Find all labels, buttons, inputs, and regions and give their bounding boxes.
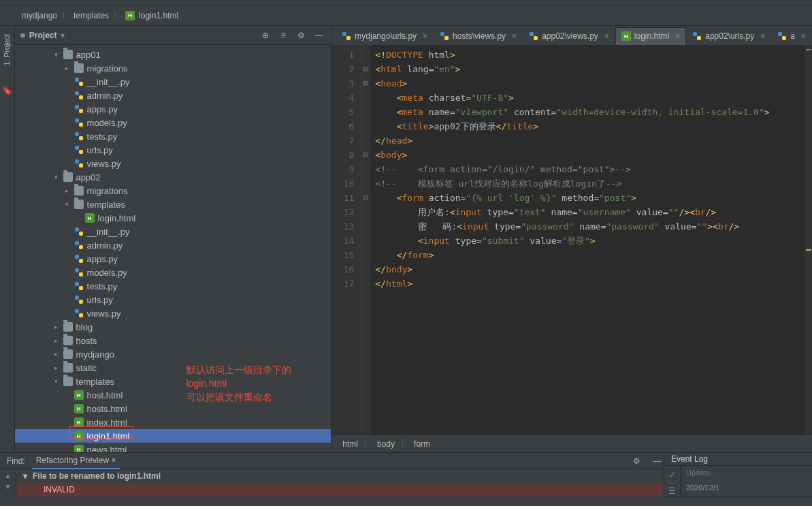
code-line[interactable]: <meta name="viewport" content="width=dev… (375, 105, 812, 119)
tree-item[interactable]: urls.py (15, 293, 331, 306)
code-line[interactable]: <body> (375, 148, 812, 162)
code-editor[interactable]: <!DOCTYPE html><html lang="en"><head> <m… (370, 45, 812, 434)
close-icon[interactable]: × (512, 31, 517, 41)
hide-icon[interactable]: — (650, 456, 664, 466)
check-icon[interactable]: ✓ (669, 470, 676, 479)
close-icon[interactable]: × (760, 31, 765, 41)
editor-tab[interactable]: app02\views.py× (523, 27, 615, 45)
tree-item[interactable]: Hhost.html (15, 388, 331, 402)
python-file-icon (342, 31, 351, 41)
crumb-folder[interactable]: templates (74, 11, 109, 20)
bookmark-icon[interactable]: 🔖 (2, 86, 12, 95)
arrow-icon[interactable]: ▾ (23, 471, 27, 481)
tree-item[interactable]: admin.py (15, 238, 331, 252)
down-icon[interactable]: ▼ (5, 483, 12, 494)
tree-item[interactable]: ▸migrations (15, 61, 331, 75)
code-line[interactable]: <!-- <form action="/login/" method="post… (375, 162, 812, 176)
crumb-file[interactable]: login1.html (139, 11, 178, 20)
expand-arrow-icon[interactable]: ▸ (64, 187, 71, 194)
expand-arrow-icon[interactable]: ▾ (53, 378, 60, 385)
tree-item[interactable]: __init__.py (15, 75, 331, 89)
eventlog-title[interactable]: Event Log (664, 453, 812, 466)
crumb-form[interactable]: form (414, 439, 430, 449)
tree-item[interactable]: tests.py (15, 279, 331, 293)
expand-arrow-icon[interactable]: ▾ (53, 174, 60, 180)
gear-icon[interactable]: ⚙ (294, 29, 308, 42)
tree-item[interactable]: apps.py (15, 252, 331, 266)
close-icon[interactable]: × (604, 31, 609, 41)
expand-arrow-icon[interactable]: ▾ (53, 51, 60, 58)
tree-item[interactable]: ▸mydjango (15, 347, 331, 361)
close-icon[interactable]: × (675, 31, 680, 41)
code-line[interactable]: <head> (375, 76, 812, 91)
tree-item[interactable]: tests.py (15, 129, 331, 143)
tree-item[interactable]: Hnews.html (15, 443, 331, 452)
close-icon[interactable]: × (423, 31, 427, 41)
project-tree[interactable]: ▾app01▸migrations__init__.pyadmin.pyapps… (15, 45, 331, 452)
code-line[interactable]: <meta charset="UTF-8"> (375, 91, 812, 105)
expand-arrow-icon[interactable]: ▸ (53, 351, 60, 358)
tree-item[interactable]: apps.py (15, 102, 331, 116)
svg-rect-10 (75, 146, 79, 150)
tree-item[interactable]: ▾app01 (15, 48, 331, 61)
svg-rect-17 (79, 245, 83, 249)
tree-item[interactable]: ▾templates (15, 197, 331, 211)
expand-arrow-icon[interactable]: ▸ (53, 364, 60, 371)
panel-title[interactable]: Project (29, 31, 57, 40)
tree-item[interactable]: __init__.py (15, 225, 331, 238)
code-line[interactable]: </head> (375, 133, 812, 148)
tree-item[interactable]: views.py (15, 157, 331, 170)
tree-item[interactable]: models.py (15, 116, 331, 129)
code-line[interactable]: <!DOCTYPE html> (375, 48, 812, 62)
crumb-body[interactable]: body (377, 439, 395, 449)
tree-item[interactable]: ▸migrations (15, 184, 331, 197)
tree-item[interactable]: ▾app02 (15, 170, 331, 184)
close-icon[interactable]: × (801, 31, 806, 41)
tree-item[interactable]: urls.py (15, 143, 331, 157)
expand-arrow-icon[interactable]: ▸ (64, 65, 71, 72)
code-line[interactable]: 密 码:<input type="password" name="passwor… (375, 219, 812, 234)
list-icon[interactable]: ☰ (668, 486, 676, 496)
expand-arrow-icon[interactable]: ▾ (64, 201, 71, 208)
crumb-html[interactable]: html (342, 439, 358, 449)
code-line[interactable]: <!-- 模板标签 url找对应的名称log解析成login了--> (375, 176, 812, 191)
code-line[interactable]: </body> (375, 262, 812, 276)
project-tool-button[interactable]: 1: Project (3, 34, 11, 65)
up-icon[interactable]: ▲ (5, 472, 12, 483)
tree-item[interactable]: Hindex.html (15, 415, 331, 429)
code-line[interactable]: </html> (375, 276, 812, 291)
code-line[interactable]: 用户名:<input type="text" name="username" v… (375, 205, 812, 219)
editor-tab[interactable]: app02\urls.py× (686, 27, 771, 45)
tree-item[interactable]: ▸hosts (15, 334, 331, 347)
editor-tab[interactable]: a× (771, 27, 812, 45)
editor-tab[interactable]: Hlogin.html× (615, 27, 686, 45)
tree-item[interactable]: Hhosts.html (15, 402, 331, 415)
code-line[interactable]: </form> (375, 248, 812, 262)
collapse-icon[interactable]: ≡ (276, 29, 290, 42)
refactoring-tab[interactable]: Refactoring Preview × (32, 453, 120, 469)
tree-item[interactable]: Hlogin.html (15, 211, 331, 225)
python-file-icon (74, 145, 84, 155)
code-line[interactable]: <title>app02下的登录</title> (375, 119, 812, 133)
svg-rect-8 (75, 132, 79, 136)
tree-item[interactable]: models.py (15, 266, 331, 279)
code-line[interactable]: <html lang="en"> (375, 62, 812, 76)
locate-icon[interactable]: ⊕ (259, 29, 272, 42)
expand-arrow-icon[interactable]: ▸ (53, 337, 60, 344)
tree-item[interactable]: admin.py (15, 89, 331, 102)
crumb-root[interactable]: mydjango (22, 11, 57, 20)
tree-item[interactable]: ▸static (15, 361, 331, 375)
hide-icon[interactable]: — (312, 29, 325, 42)
tree-item[interactable]: ▸blog (15, 320, 331, 334)
tree-item[interactable]: ▾templates (15, 375, 331, 388)
tree-item[interactable]: views.py (15, 306, 331, 320)
editor-tab[interactable]: hosts\views.py× (434, 27, 523, 45)
code-line[interactable]: <form action="{% url 'log' %}" method="p… (375, 191, 812, 205)
expand-arrow-icon[interactable]: ▸ (53, 323, 60, 330)
gear-icon[interactable]: ⚙ (630, 456, 643, 466)
tree-item[interactable]: Hlogin1.html (15, 429, 331, 443)
code-line[interactable]: <input type="submit" value="登录"> (375, 234, 812, 248)
dropdown-icon[interactable]: ▾ (61, 31, 65, 40)
svg-rect-11 (79, 150, 83, 154)
editor-tab[interactable]: mydjango\urls.py× (336, 27, 434, 45)
